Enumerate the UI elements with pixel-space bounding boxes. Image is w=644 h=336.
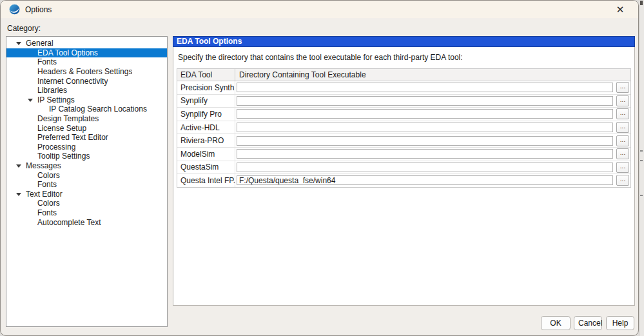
tree-item-fonts[interactable]: Fonts	[6, 57, 167, 67]
ok-button[interactable]: OK	[541, 316, 571, 330]
scrollbar-mark	[640, 160, 643, 161]
tree-item-internet-connectivity[interactable]: Internet Connectivity	[6, 76, 167, 86]
browse-button-synplify[interactable]: ...	[616, 95, 629, 106]
tree-item-colors[interactable]: Colors	[6, 199, 167, 208]
scrollbar-mark	[640, 150, 643, 152]
tree-item-autocomplete-text[interactable]: Autocomplete Text	[6, 217, 167, 227]
expander-spacer	[26, 171, 37, 180]
category-tree: GeneralEDA Tool OptionsFontsHeaders & Fo…	[6, 36, 168, 327]
expander-spacer	[26, 57, 37, 66]
panel-title: EDA Tool Options	[173, 36, 635, 47]
expander-spacer	[26, 124, 37, 133]
tree-item-label: Fonts	[37, 208, 57, 217]
tree-item-fonts[interactable]: Fonts	[6, 208, 167, 218]
tree-item-license-setup[interactable]: License Setup	[6, 123, 167, 133]
browse-button-precision-synth[interactable]: ...	[616, 82, 629, 93]
tree-item-label: Fonts	[37, 180, 57, 189]
tree-item-preferred-text-editor[interactable]: Preferred Text Editor	[6, 133, 167, 143]
tree-item-fonts[interactable]: Fonts	[6, 180, 167, 190]
directory-cell	[235, 161, 615, 174]
directory-input-questa-intel-fp[interactable]	[237, 175, 613, 185]
expander-spacer	[26, 152, 37, 161]
table-row-active-hdl: Active-HDL...	[177, 121, 630, 135]
tree-item-label: Colors	[37, 199, 60, 208]
table-row-questasim: QuestaSim...	[177, 161, 630, 175]
tree-item-headers-footers-settings[interactable]: Headers & Footers Settings	[6, 67, 167, 77]
tree-item-eda-tool-options[interactable]: EDA Tool Options	[6, 48, 167, 58]
tree-item-label: Text Editor	[26, 190, 63, 199]
directory-input-synplify[interactable]	[237, 96, 613, 106]
cancel-button[interactable]: Cancel	[574, 316, 602, 330]
tree-item-tooltip-settings[interactable]: Tooltip Settings	[6, 152, 167, 161]
expander-spacer	[26, 199, 37, 208]
expander-spacer	[26, 143, 37, 152]
browse-button-questa-intel-fp[interactable]: ...	[616, 175, 629, 186]
panel-body: Specify the directory that contains the …	[173, 47, 635, 306]
tree-item-label: Colors	[37, 171, 60, 180]
panel-instruction: Specify the directory that contains the …	[178, 53, 631, 62]
browse-cell: ...	[615, 81, 630, 94]
eda-tool-options-panel: EDA Tool Options Specify the directory t…	[173, 36, 635, 306]
browse-button-riviera-pro[interactable]: ...	[616, 135, 629, 146]
browse-cell: ...	[615, 95, 630, 108]
directory-cell	[235, 174, 615, 187]
eda-tool-name: Precision Synth...	[177, 81, 235, 94]
eda-tool-name: Questa Intel FP...	[177, 174, 235, 187]
directory-input-modelsim[interactable]	[237, 149, 613, 159]
browse-cell: ...	[615, 148, 630, 161]
browse-button-synplify-pro[interactable]: ...	[616, 108, 629, 119]
directory-cell	[235, 81, 615, 94]
tree-item-label: General	[26, 39, 54, 48]
directory-cell	[235, 148, 615, 161]
directory-cell	[235, 95, 615, 108]
directory-input-active-hdl[interactable]	[237, 123, 613, 132]
eda-tool-name: Synplify	[177, 95, 235, 108]
expander-spacer	[26, 133, 37, 142]
eda-tool-name: Synplify Pro	[177, 108, 235, 121]
tree-item-messages[interactable]: Messages	[6, 161, 167, 171]
chevron-down-icon[interactable]	[26, 95, 37, 104]
column-header-directory: Directory Containing Tool Executable	[235, 70, 630, 79]
tree-item-design-templates[interactable]: Design Templates	[6, 114, 167, 124]
scrollbar-mark	[640, 195, 643, 196]
browse-button-active-hdl[interactable]: ...	[616, 122, 629, 133]
table-row-synplify-pro: Synplify Pro...	[177, 108, 630, 121]
tree-item-label: EDA Tool Options	[37, 48, 98, 57]
chevron-down-icon[interactable]	[14, 39, 26, 48]
directory-cell	[235, 108, 615, 121]
directory-input-precision-synth[interactable]	[237, 83, 613, 92]
expander-spacer	[26, 67, 37, 76]
table-header-row: EDA Tool Directory Containing Tool Execu…	[177, 69, 630, 81]
chevron-down-icon[interactable]	[14, 161, 26, 170]
tree-item-processing[interactable]: Processing	[6, 143, 167, 152]
chevron-down-icon[interactable]	[14, 190, 26, 199]
table-row-precision-synth: Precision Synth......	[177, 81, 630, 95]
expander-spacer	[26, 218, 37, 227]
help-button[interactable]: Help	[606, 316, 634, 330]
browse-button-modelsim[interactable]: ...	[616, 148, 629, 159]
tree-item-label: Processing	[37, 143, 75, 152]
tree-item-general[interactable]: General	[6, 39, 167, 48]
options-dialog: Options ✕ Category: GeneralEDA Tool Opti…	[0, 0, 639, 336]
directory-input-questasim[interactable]	[237, 163, 613, 172]
browse-button-questasim[interactable]: ...	[616, 162, 629, 173]
tree-item-label: Libraries	[37, 86, 67, 95]
column-header-eda-tool: EDA Tool	[177, 69, 235, 81]
directory-input-riviera-pro[interactable]	[237, 136, 613, 146]
browse-cell: ...	[615, 121, 630, 134]
tree-item-libraries[interactable]: Libraries	[6, 86, 167, 95]
window-title: Options	[25, 5, 52, 14]
tree-item-label: Autocomplete Text	[37, 218, 101, 227]
directory-input-synplify-pro[interactable]	[237, 109, 613, 119]
tree-item-ip-catalog-search-locations[interactable]: IP Catalog Search Locations	[6, 104, 167, 114]
close-icon[interactable]: ✕	[613, 3, 627, 16]
background-window-fragment	[640, 1, 643, 5]
tree-item-text-editor[interactable]: Text Editor	[6, 190, 167, 199]
tree-item-label: IP Catalog Search Locations	[49, 104, 147, 114]
background-window-scrollbar	[639, 0, 644, 336]
expander-spacer	[26, 77, 37, 86]
table-row-synplify: Synplify...	[177, 95, 630, 108]
eda-tool-name: Riviera-PRO	[177, 134, 235, 147]
tree-item-colors[interactable]: Colors	[6, 170, 167, 180]
tree-item-ip-settings[interactable]: IP Settings	[6, 95, 167, 105]
